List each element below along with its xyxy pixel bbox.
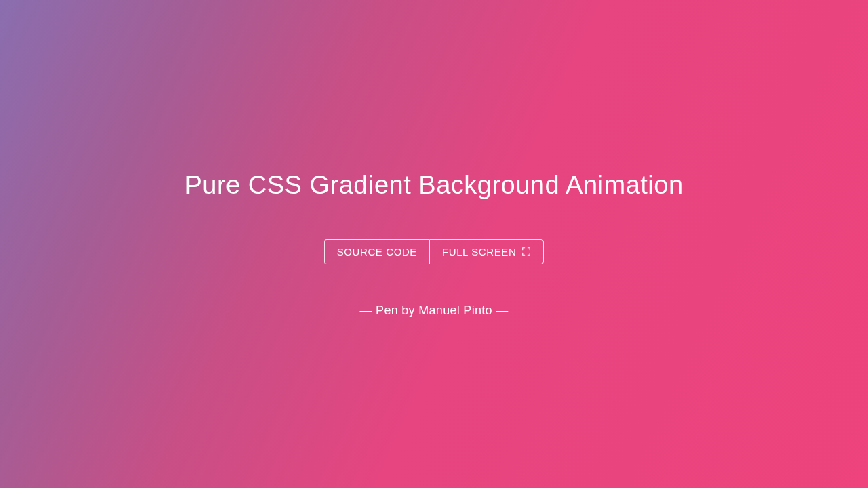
credit-line: — Pen by Manuel Pinto —: [359, 304, 508, 318]
page-title: Pure CSS Gradient Background Animation: [184, 171, 683, 200]
source-code-button[interactable]: SOURCE CODE: [324, 239, 429, 264]
button-group: SOURCE CODE FULL SCREEN: [324, 239, 545, 264]
fullscreen-icon: [521, 247, 531, 256]
source-code-label: SOURCE CODE: [337, 246, 417, 258]
full-screen-label: FULL SCREEN: [442, 246, 516, 258]
full-screen-button[interactable]: FULL SCREEN: [429, 239, 544, 264]
